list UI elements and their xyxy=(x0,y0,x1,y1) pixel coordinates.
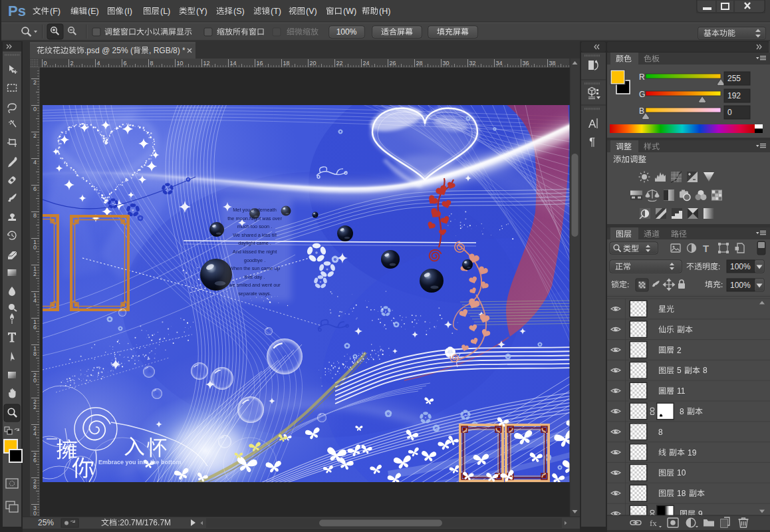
svg-text:(H): (H) xyxy=(379,7,390,16)
svg-text:(T): (T) xyxy=(271,7,281,16)
svg-text:2: 2 xyxy=(33,132,37,139)
svg-text:Ps: Ps xyxy=(8,3,26,19)
svg-text:When the sun came up: When the sun came up xyxy=(229,265,280,271)
svg-text:5: 5 xyxy=(677,366,682,375)
svg-text:10: 10 xyxy=(677,468,686,477)
svg-text:much too soon .: much too soon . xyxy=(237,223,273,229)
svg-text:fx: fx xyxy=(650,518,657,528)
svg-text:And kissed the night: And kissed the night xyxy=(233,249,277,255)
svg-text:G: G xyxy=(639,90,645,99)
svg-text:8: 8 xyxy=(680,407,684,416)
svg-text:that day .: that day . xyxy=(245,274,265,280)
svg-text:19: 19 xyxy=(688,448,697,458)
svg-text:0: 0 xyxy=(33,244,37,251)
svg-text:goodbye .: goodbye . xyxy=(244,257,265,263)
svg-text:.psd @ 25% (: .psd @ 25% ( xyxy=(84,46,133,55)
svg-text:separate ways.: separate ways. xyxy=(238,291,271,297)
svg-text:11: 11 xyxy=(677,386,686,396)
svg-text:(Y): (Y) xyxy=(196,7,207,16)
svg-text:8: 8 xyxy=(33,350,37,357)
svg-text:255: 255 xyxy=(727,74,741,83)
svg-text:0: 0 xyxy=(44,60,47,66)
svg-text:T: T xyxy=(703,243,709,254)
svg-text:(S): (S) xyxy=(233,7,245,16)
svg-text:0: 0 xyxy=(33,106,37,112)
svg-text:4: 4 xyxy=(97,60,100,66)
svg-text:8: 8 xyxy=(33,483,37,490)
svg-text:0: 0 xyxy=(33,377,37,384)
svg-text:100%: 100% xyxy=(336,27,357,37)
svg-text:the moon.Night was over: the moon.Night was over xyxy=(227,215,282,221)
svg-text:(I): (I) xyxy=(124,7,132,16)
svg-text:(V): (V) xyxy=(306,7,317,16)
svg-text:4: 4 xyxy=(33,159,37,166)
svg-text:2: 2 xyxy=(33,404,37,410)
svg-text:8: 8 xyxy=(658,428,663,437)
svg-text:100%: 100% xyxy=(730,262,751,271)
svg-text:6: 6 xyxy=(33,186,37,192)
svg-text:R: R xyxy=(639,72,645,82)
svg-text::20.7M/176.7M: :20.7M/176.7M xyxy=(118,518,171,527)
svg-text:, RGB/8) *: , RGB/8) * xyxy=(149,46,186,55)
svg-text:A: A xyxy=(588,118,596,130)
svg-text:0: 0 xyxy=(33,510,37,517)
svg-text:192: 192 xyxy=(727,91,741,100)
svg-text:2: 2 xyxy=(70,60,74,66)
svg-text:2: 2 xyxy=(677,346,682,355)
svg-text:0: 0 xyxy=(727,108,732,117)
svg-text:Embrace you into the bottom: Embrace you into the bottom xyxy=(98,459,182,466)
svg-text:(L): (L) xyxy=(160,7,170,16)
svg-text:8: 8 xyxy=(33,212,37,219)
svg-text:4: 4 xyxy=(33,297,37,304)
svg-text:25%: 25% xyxy=(38,518,54,527)
svg-text:4: 4 xyxy=(33,430,37,437)
svg-text:Met you underneath: Met you underneath xyxy=(233,207,277,213)
svg-text:(E): (E) xyxy=(88,7,99,16)
svg-text:8: 8 xyxy=(703,366,707,375)
svg-text:(F): (F) xyxy=(50,7,61,16)
svg-text:6: 6 xyxy=(124,60,127,66)
svg-text:we smiled and went our: we smiled and went our xyxy=(228,282,281,288)
svg-text:We shared a kiss till: We shared a kiss till xyxy=(233,232,277,238)
svg-text:18: 18 xyxy=(677,489,686,498)
svg-text:(W): (W) xyxy=(343,7,356,16)
svg-text:¶: ¶ xyxy=(589,136,595,148)
svg-text:2: 2 xyxy=(33,271,37,277)
svg-text:B: B xyxy=(639,106,644,116)
svg-text:6: 6 xyxy=(33,324,37,331)
svg-text:daylight came .: daylight came . xyxy=(238,240,271,246)
svg-text:8: 8 xyxy=(150,60,154,66)
svg-text:6: 6 xyxy=(33,457,37,464)
svg-text:100%: 100% xyxy=(730,281,751,290)
svg-text:2: 2 xyxy=(33,79,37,86)
